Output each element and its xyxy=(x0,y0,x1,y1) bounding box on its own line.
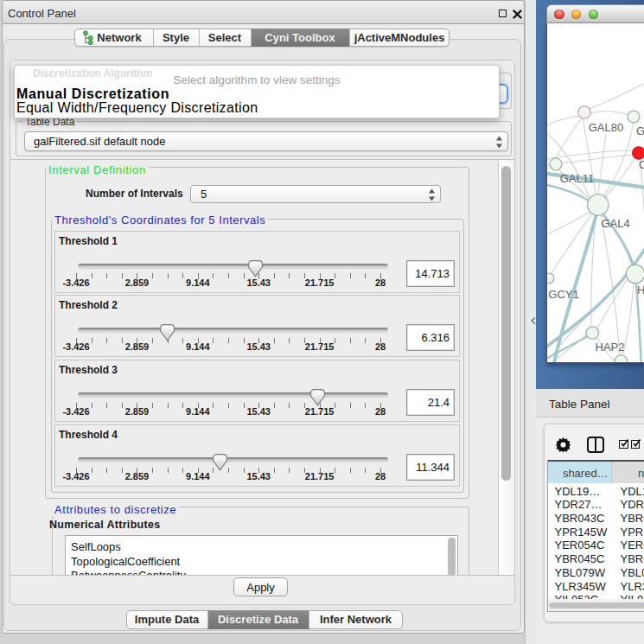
svg-text:GAL80: GAL80 xyxy=(589,121,623,134)
svg-text:GAL1: GAL1 xyxy=(636,124,644,137)
svg-text:CY: CY xyxy=(639,158,644,171)
svg-text:GAL4: GAL4 xyxy=(601,217,629,230)
svg-text:GAL11: GAL11 xyxy=(560,172,595,185)
svg-text:HAP2: HAP2 xyxy=(596,341,625,354)
svg-text:HA: HA xyxy=(637,284,644,296)
svg-text:GCY1: GCY1 xyxy=(548,288,578,301)
